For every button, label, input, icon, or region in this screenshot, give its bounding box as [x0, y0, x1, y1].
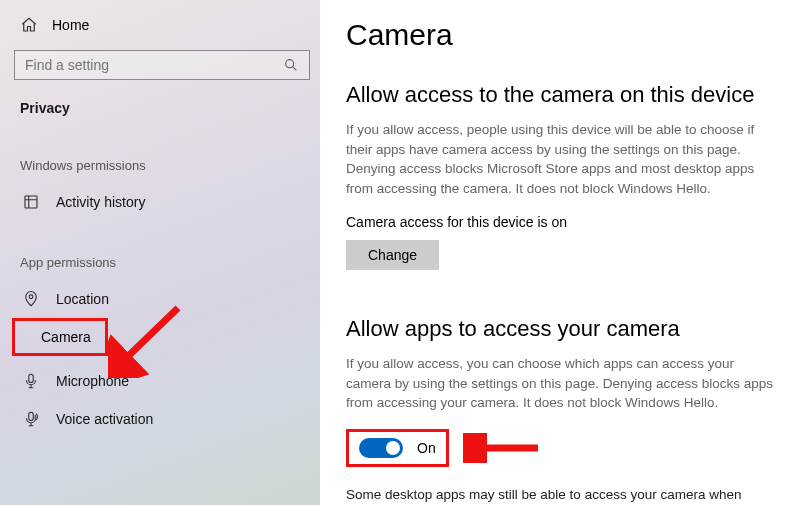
- home-label: Home: [52, 17, 89, 33]
- section-heading-device-access: Allow access to the camera on this devic…: [346, 82, 779, 108]
- main-content: Camera Allow access to the camera on thi…: [320, 0, 799, 505]
- sidebar-item-activity-history[interactable]: Activity history: [14, 183, 310, 221]
- sidebar-item-voice-activation[interactable]: Voice activation: [14, 400, 310, 438]
- sidebar-item-label: Activity history: [56, 194, 145, 210]
- section-heading-apps-access: Allow apps to access your camera: [346, 316, 779, 342]
- microphone-icon: [22, 372, 40, 390]
- sidebar-item-camera[interactable]: Camera: [12, 318, 108, 356]
- toggle-state-label: On: [417, 440, 436, 456]
- sidebar-item-label: Microphone: [56, 373, 129, 389]
- svg-point-0: [286, 60, 294, 68]
- sidebar-item-label: Camera: [41, 329, 91, 345]
- voice-icon: [22, 410, 40, 428]
- app-permissions-header: App permissions: [14, 221, 310, 280]
- section-desc: If you allow access, you can choose whic…: [346, 354, 779, 413]
- search-input[interactable]: [25, 57, 283, 73]
- privacy-heading: Privacy: [14, 98, 310, 124]
- svg-rect-5: [29, 374, 34, 382]
- sidebar-item-location[interactable]: Location: [14, 280, 310, 318]
- windows-permissions-header: Windows permissions: [14, 124, 310, 183]
- sidebar-item-label: Location: [56, 291, 109, 307]
- search-icon: [283, 57, 299, 73]
- apps-access-toggle[interactable]: [359, 438, 403, 458]
- section-desc: If you allow access, people using this d…: [346, 120, 779, 198]
- footnote-text: Some desktop apps may still be able to a…: [346, 487, 741, 505]
- device-access-status: Camera access for this device is on: [346, 214, 779, 230]
- footnote: Some desktop apps may still be able to a…: [346, 485, 779, 505]
- nav-home[interactable]: Home: [14, 14, 310, 50]
- svg-point-2: [29, 295, 33, 299]
- sidebar: Home Privacy Windows permissions Activit…: [0, 0, 320, 505]
- activity-icon: [22, 193, 40, 211]
- svg-rect-1: [25, 196, 37, 208]
- annotation-highlight: On: [346, 429, 449, 467]
- home-icon: [20, 16, 38, 34]
- location-icon: [22, 290, 40, 308]
- svg-rect-6: [29, 412, 34, 420]
- sidebar-item-label: Voice activation: [56, 411, 153, 427]
- sidebar-item-microphone[interactable]: Microphone: [14, 362, 310, 400]
- change-button[interactable]: Change: [346, 240, 439, 270]
- annotation-arrow-icon: [463, 433, 543, 463]
- search-box[interactable]: [14, 50, 310, 80]
- page-title: Camera: [346, 18, 779, 52]
